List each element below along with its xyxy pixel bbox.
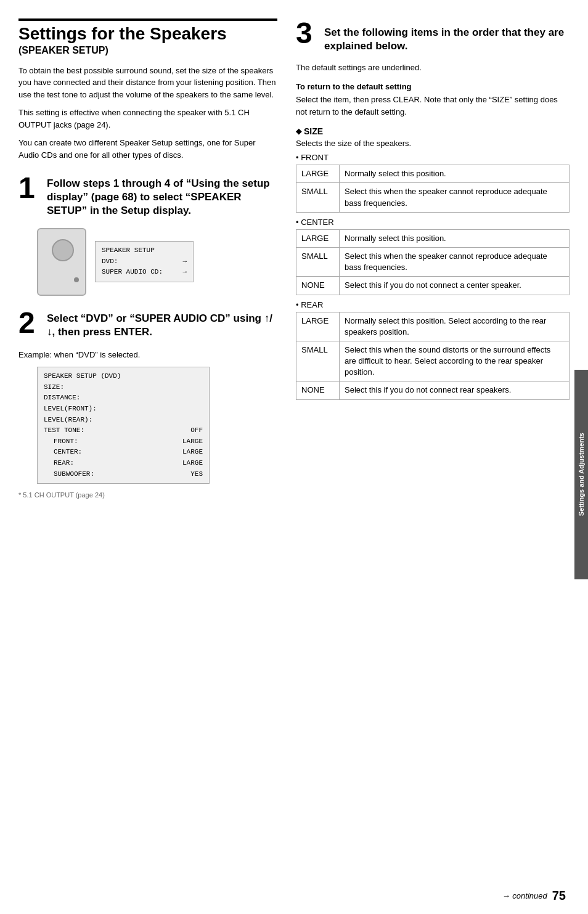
front-large-label: LARGE	[296, 165, 340, 183]
diamond-icon: ◆	[296, 127, 301, 136]
page-subtitle: (SPEAKER SETUP)	[18, 45, 277, 56]
screen-1-sacd-label: SUPER AUDIO CD:	[102, 267, 163, 278]
intro-text-1: To obtain the best possible surround sou…	[18, 65, 277, 101]
table-row: NONE Select this if you do not connect r…	[296, 382, 570, 399]
front-large-desc: Normally select this position.	[340, 165, 570, 183]
front-table: LARGE Normally select this position. SMA…	[296, 165, 570, 213]
page-number: 75	[552, 889, 566, 903]
screen-2-test-tone: TEST TONE:OFF	[44, 425, 203, 436]
screen-2-center: CENTER:LARGE	[44, 447, 203, 458]
screen-1-row-dvd: DVD: →	[102, 256, 187, 267]
page-title: Settings for the Speakers	[18, 25, 277, 44]
screen-2: SPEAKER SETUP (DVD) SIZE: DISTANCE: LEVE…	[37, 367, 210, 484]
screen-2-title-text: SPEAKER SETUP (DVD)	[44, 371, 121, 382]
screen-2-distance: DISTANCE:	[44, 393, 203, 404]
return-text: Select the item, then press CLEAR. Note …	[296, 94, 570, 118]
step-3-number: 3	[296, 18, 318, 48]
rear-none-desc: Select this if you do not connect rear s…	[340, 382, 570, 399]
rear-small-label: SMALL	[296, 341, 340, 382]
step-1: 1 Follow steps 1 through 4 of “Using the…	[18, 173, 277, 218]
side-tab-text: Settings and Adjustments	[578, 433, 585, 516]
screen-2-rear: REAR:LARGE	[44, 458, 203, 469]
rear-small-desc: Select this when the sound distorts or t…	[340, 341, 570, 382]
continued-text: → continued	[502, 891, 547, 900]
center-table: LARGE Normally select this position. SMA…	[296, 229, 570, 295]
screen-1: SPEAKER SETUP DVD: → SUPER AUDIO CD: →	[95, 241, 194, 282]
screen-1-row-sacd: SUPER AUDIO CD: →	[102, 267, 187, 278]
center-large-desc: Normally select this position.	[340, 229, 570, 247]
center-bullet: • CENTER	[296, 218, 570, 227]
front-small-desc: Select this when the speaker cannot repr…	[340, 183, 570, 212]
center-none-label: NONE	[296, 277, 340, 295]
side-tab: Settings and Adjustments	[574, 370, 588, 579]
center-small-label: SMALL	[296, 247, 340, 276]
screen-1-dvd-arrow: →	[182, 256, 187, 267]
rear-large-label: LARGE	[296, 312, 340, 341]
table-row: LARGE Normally select this position. Sel…	[296, 312, 570, 341]
step-1-number: 1	[18, 173, 41, 203]
screen-2-level-front: LEVEL(FRONT):	[44, 404, 203, 415]
step-3-content: Set the following items in the order tha…	[324, 18, 570, 53]
step-2-number: 2	[18, 308, 41, 338]
right-column: 3 Set the following items in the order t…	[290, 0, 588, 914]
left-column: Settings for the Speakers (SPEAKER SETUP…	[0, 0, 290, 914]
rear-table: LARGE Normally select this position. Sel…	[296, 312, 570, 400]
table-row: SMALL Select this when the sound distort…	[296, 341, 570, 382]
intro-text-2: This setting is effective when connectin…	[18, 107, 277, 131]
screen-1-title-text: SPEAKER SETUP	[102, 245, 155, 256]
step2-example: Example: when “DVD” is selected.	[18, 349, 277, 361]
screen-1-sacd-arrow: →	[182, 267, 187, 278]
step-2-text: Select “DVD” or “SUPER AUDIO CD” using ↑…	[47, 308, 277, 339]
intro-text-3: You can create two different Speaker Set…	[18, 137, 277, 161]
table-row: LARGE Normally select this position.	[296, 165, 570, 183]
screen-2-footnote: * 5.1 CH OUTPUT (page 24)	[18, 490, 277, 500]
size-heading-text: SIZE	[304, 126, 323, 136]
device-display-1: SPEAKER SETUP DVD: → SUPER AUDIO CD: →	[37, 228, 277, 296]
table-row: NONE Select this if you do not connect a…	[296, 277, 570, 295]
table-row: LARGE Normally select this position.	[296, 229, 570, 247]
size-sub1: Selects the size of the speakers.	[296, 139, 570, 148]
center-none-desc: Select this if you do not connect a cent…	[340, 277, 570, 295]
front-small-label: SMALL	[296, 183, 340, 212]
step-3: 3 Set the following items in the order t…	[296, 18, 570, 53]
center-small-desc: Select this when the speaker cannot repr…	[340, 247, 570, 276]
screen-2-front: FRONT:LARGE	[44, 436, 203, 447]
screen-2-subwoofer: SUBWOOFER:YES	[44, 469, 203, 480]
size-heading: ◆ SIZE	[296, 126, 570, 136]
device-body	[37, 228, 86, 296]
center-large-label: LARGE	[296, 229, 340, 247]
step-2: 2 Select “DVD” or “SUPER AUDIO CD” using…	[18, 308, 277, 339]
screen-2-title: SPEAKER SETUP (DVD)	[44, 371, 203, 382]
device-lens	[52, 239, 74, 261]
rear-large-desc: Normally select this position. Select ac…	[340, 312, 570, 341]
footer: → continued 75	[502, 889, 566, 903]
front-bullet: • FRONT	[296, 153, 570, 162]
table-row: SMALL Select this when the speaker canno…	[296, 183, 570, 212]
screen-1-title: SPEAKER SETUP	[102, 245, 187, 256]
rear-none-label: NONE	[296, 382, 340, 399]
default-note: The default settings are underlined.	[296, 63, 570, 72]
screen-2-level-rear: LEVEL(REAR):	[44, 415, 203, 426]
device-dot	[74, 277, 79, 282]
return-heading: To return to the default setting	[296, 82, 570, 91]
rear-bullet: • REAR	[296, 300, 570, 309]
step-1-text: Follow steps 1 through 4 of “Using the s…	[47, 173, 277, 218]
screen-1-dvd-label: DVD:	[102, 256, 118, 267]
step-3-heading: Set the following items in the order tha…	[324, 22, 570, 53]
screen-2-size: SIZE:	[44, 382, 203, 393]
table-row: SMALL Select this when the speaker canno…	[296, 247, 570, 276]
title-bar: Settings for the Speakers (SPEAKER SETUP…	[18, 18, 277, 56]
